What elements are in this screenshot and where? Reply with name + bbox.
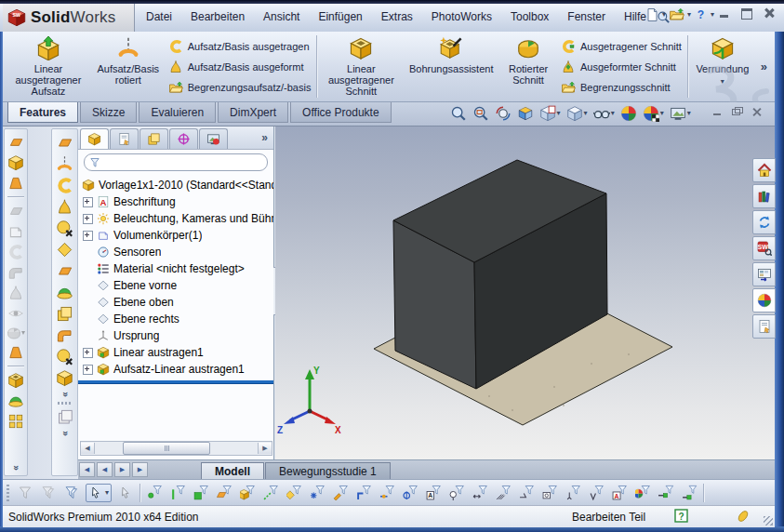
swept-boss-button[interactable]: Aufsatz/Basis ausgetragen (168, 37, 312, 56)
filter-routing-points-icon[interactable] (680, 484, 698, 502)
zoom-fit-icon[interactable] (449, 104, 468, 123)
zoom-area-icon[interactable] (472, 104, 490, 123)
tree-item-ebene-rechts[interactable]: Ebene rechts (78, 311, 273, 327)
tree-item-linear-austragen1[interactable]: Linear austragen1 (78, 344, 273, 361)
filter-axes-icon[interactable] (261, 484, 280, 502)
rollback-bar[interactable] (78, 380, 273, 384)
custom-properties-icon[interactable] (752, 314, 776, 339)
filter-edges-icon[interactable] (168, 484, 187, 502)
filter-faces-icon[interactable] (192, 484, 210, 502)
display-style-dropdown-icon[interactable]: ▾ (584, 110, 588, 117)
select-tool-button[interactable]: ▾ (86, 484, 112, 502)
tree-item-ebene-vorne[interactable]: Ebene vorne (78, 277, 273, 294)
section-view-icon[interactable] (516, 104, 535, 123)
ribbon-overflow-chevron[interactable]: » (755, 60, 773, 73)
panel-expand-chevron[interactable]: » (261, 131, 268, 144)
extruded-boss-button[interactable]: Linear ausgetragener Aufsatz (5, 32, 92, 101)
select-dropdown-icon[interactable]: ▾ (105, 489, 109, 497)
shell-tool-icon[interactable] (56, 305, 73, 323)
sweep-tool-icon[interactable] (56, 177, 73, 194)
move-body-tool-icon[interactable] (56, 408, 73, 426)
pattern-tool-icon[interactable] (7, 413, 24, 430)
filter-vertices-icon[interactable] (145, 484, 164, 502)
tab-skizze[interactable]: Skizze (80, 102, 137, 123)
boundary-cut-button[interactable]: Begrenzungsschnitt (561, 78, 682, 97)
filter-surface-finish-icon[interactable] (587, 484, 605, 502)
expand-icon[interactable] (83, 348, 93, 358)
tree-item-volumenkoerper[interactable]: Volumenkörper(1) (78, 227, 273, 244)
toolbar-grip[interactable] (58, 402, 73, 405)
palette-icon[interactable] (752, 262, 776, 286)
first-tab-button[interactable]: ◀ (79, 462, 95, 477)
solidworks-search-icon[interactable] (752, 236, 776, 260)
filter-connection-points-icon[interactable] (657, 484, 675, 502)
edit-appearance-icon[interactable] (619, 104, 638, 123)
tab-modell[interactable]: Modell (201, 462, 264, 479)
tree-item-beleuchtung[interactable]: Beleuchtung, Kameras und Bühn (78, 210, 273, 227)
expand-icon[interactable] (83, 214, 93, 224)
menu-datei[interactable]: Datei (138, 7, 180, 26)
tree-filter-input[interactable] (84, 153, 268, 171)
revolved-boss-tool-icon[interactable] (56, 155, 73, 173)
filter-gtol-icon[interactable] (540, 484, 559, 502)
rotate-view-icon[interactable] (494, 104, 512, 123)
lofted-cut-button[interactable]: Ausgeformter Schnitt (561, 58, 682, 76)
tree-item-material[interactable]: Material <nicht festgelegt> (78, 260, 273, 277)
hole-wizard-button[interactable]: Bohrungsassistent (403, 32, 499, 101)
filter-hatch-icon[interactable] (494, 484, 512, 502)
filter-datums-icon[interactable] (564, 484, 582, 502)
design-library-icon[interactable] (752, 184, 776, 208)
tab-features[interactable]: Features (7, 102, 78, 123)
view-orientation-dropdown-icon[interactable]: ▾ (557, 110, 561, 117)
swept-surface-icon[interactable] (7, 134, 24, 151)
lofted-surface-icon[interactable] (7, 203, 24, 219)
display-manager-tab[interactable] (199, 128, 228, 149)
swept-cut-button[interactable]: Ausgetragener Schnitt (561, 37, 682, 56)
expand-icon[interactable] (83, 197, 93, 207)
help-dropdown-icon[interactable]: ▾ (711, 11, 714, 19)
fillet-dropdown-icon[interactable]: ▾ (721, 78, 724, 86)
hide-show-dropdown-icon[interactable]: ▾ (611, 110, 615, 117)
filter-appearances-icon[interactable] (633, 484, 652, 502)
filter-planes-icon[interactable] (285, 484, 303, 502)
close-button[interactable] (763, 7, 775, 19)
toggle-filters-icon[interactable] (62, 484, 81, 502)
ruled-surface-icon[interactable] (7, 244, 24, 260)
intersect-dropdown-icon[interactable]: ▾ (21, 329, 25, 337)
doc-restore-button[interactable] (732, 107, 742, 116)
lasso-select-icon[interactable] (116, 484, 135, 502)
filter-surface-bodies-icon[interactable] (215, 484, 233, 502)
tab-dimxpert[interactable]: DimXpert (218, 102, 288, 123)
view-settings-dropdown-icon[interactable]: ▾ (687, 110, 691, 117)
filter-origins-icon[interactable] (308, 484, 326, 502)
dome-feature-icon[interactable] (56, 284, 73, 301)
flex-icon[interactable] (7, 264, 24, 281)
filter-midpoints-icon[interactable] (378, 484, 396, 502)
menu-bearbeiten[interactable]: Bearbeiten (182, 7, 253, 26)
new-document-dropdown-icon[interactable]: ▾ (662, 11, 666, 19)
previous-tab-button[interactable]: ◀ (97, 462, 113, 477)
delete-body-tool-icon[interactable] (56, 348, 73, 366)
box-tool-icon[interactable] (56, 369, 73, 387)
view-orientation-icon[interactable]: ▾ (538, 104, 562, 123)
toolbar-more-chevron[interactable]: » (61, 431, 69, 436)
swept-boss-tool-icon[interactable] (56, 134, 73, 152)
appearances-icon[interactable] (752, 288, 776, 313)
doc-minimize-button[interactable] (712, 107, 723, 116)
toolbar-grip[interactable] (7, 485, 9, 501)
scrollbar-thumb[interactable] (123, 442, 210, 455)
tab-bewegungsstudie[interactable]: Bewegungsstudie 1 (265, 462, 391, 479)
wrap-tool-icon[interactable] (56, 219, 73, 237)
fillet-surface-icon[interactable] (7, 175, 24, 192)
new-document-icon[interactable] (644, 7, 659, 22)
freeform-icon[interactable] (7, 285, 24, 301)
hide-show-items-icon[interactable]: ▾ (592, 104, 616, 123)
home-icon[interactable] (752, 158, 776, 182)
quick-tips-icon[interactable] (674, 509, 689, 524)
revolved-boss-button[interactable]: Aufsatz/Basis rotiert (92, 32, 165, 101)
menu-photoworks[interactable]: PhotoWorks (423, 7, 500, 26)
doc-close-button[interactable] (751, 107, 762, 116)
filter-dimensions-icon[interactable] (471, 484, 489, 502)
flex-tool-icon[interactable] (56, 326, 73, 344)
maximize-button[interactable] (740, 7, 752, 19)
